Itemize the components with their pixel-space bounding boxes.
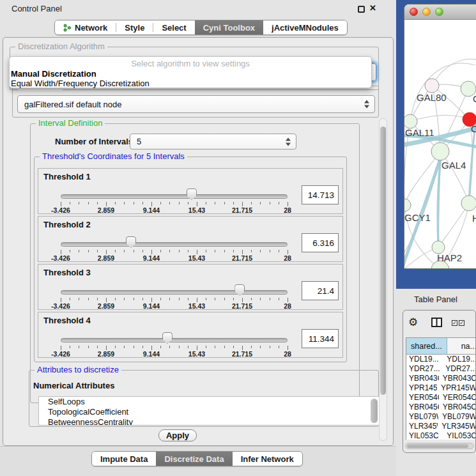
tab-network[interactable]: Network [55,20,116,35]
node-label-gal80: GAL80 [417,92,447,103]
table-row[interactable]: YIL053CYIL053C [406,431,476,440]
attribute-item-betweennesscentrality[interactable]: BetweennessCentrality [39,417,379,426]
tab-label: Network [75,23,107,33]
dropdown-option-equal-width-frequency[interactable]: Equal Width/Frequency Discretization [11,79,150,88]
slider-tick-label: 28 [273,302,302,310]
cell-shared-name[interactable]: YBL079W [406,412,438,422]
slider-track[interactable] [61,194,288,199]
node-label-gal11: GAL11 [405,127,434,138]
tab-infer-network[interactable]: Infer Network [233,452,302,466]
slider-tick [197,202,197,206]
columns-icon[interactable] [431,318,442,330]
table-row[interactable]: YBR045CYBR045C [406,403,476,412]
threshold-value-field[interactable]: 14.713 [302,185,339,204]
threshold-value-field[interactable]: 6.316 [302,233,339,252]
column-header-name[interactable]: na... [447,338,476,354]
attribute-item-topologicalcoefficient[interactable]: TopologicalCoefficient [39,407,379,417]
checkbox-icon[interactable]: ✓ [452,320,457,326]
table-row[interactable]: YBL079WYBL079W [406,412,476,422]
slider-track[interactable] [61,338,288,342]
cell-name[interactable]: YBR045C [439,403,476,412]
cell-shared-name[interactable]: YIL053C [406,431,443,440]
cell-name[interactable]: YPR145W [437,383,476,393]
show-columns-checkboxes[interactable]: ✓ ✓ [452,320,464,326]
tab-style[interactable]: Style [116,20,153,35]
cell-name[interactable]: YLR345W [438,422,476,431]
column-header-shared-name[interactable]: shared... [406,338,447,354]
threshold-4-panel: Threshold 4-3.4262.8599.14415.4321.71528… [38,312,343,358]
tab-cyni-toolbox[interactable]: Cyni Toolbox [195,20,263,35]
threshold-value-field[interactable]: 21.4 [302,281,339,300]
threshold-value-field[interactable]: 11.344 [302,329,339,348]
list-scrollbar[interactable] [371,399,378,423]
gear-icon[interactable]: ⚙ [408,316,418,329]
cell-shared-name[interactable]: YLR345W [406,422,438,431]
cell-name[interactable]: YER054C [439,393,476,403]
cell-name[interactable]: YIL053C [443,431,476,440]
settings-scrollbar[interactable] [379,118,387,441]
table-row[interactable]: YPR145WYPR145W [406,383,476,393]
slider-track[interactable] [61,290,288,295]
cell-shared-name[interactable]: YPR145W [406,383,437,393]
tab-discretize-data[interactable]: Discretize Data [156,452,232,466]
threshold-3-panel: Threshold 3-3.4262.8599.14415.4321.71528… [38,264,343,310]
network-canvas[interactable]: GAL80GCGAL11GAL4GCY1HHAP2 [404,20,476,269]
scrollbar-thumb[interactable] [380,127,386,395]
cell-shared-name[interactable]: YER054C [406,393,439,403]
cell-name[interactable]: YDR27... [441,364,476,374]
slider-track[interactable] [61,242,288,247]
slider-tick [88,250,89,252]
table-row[interactable]: YDR27...YDR27... [406,364,476,374]
tab-impute-data[interactable]: Impute Data [92,452,156,466]
cell-shared-name[interactable]: YBR043C [406,374,439,383]
node-table[interactable]: shared... na... YDL19...YDL19...YDR27...… [406,337,476,440]
slider-tick [197,250,197,254]
number-of-intervals-select[interactable]: 5 [130,134,296,150]
cell-name[interactable]: YDL19... [443,355,476,364]
network-window-titlebar[interactable] [404,4,476,20]
network-node-h[interactable] [461,196,476,211]
network-node-hap2[interactable] [432,241,445,254]
float-window-icon[interactable] [358,6,365,13]
table-row[interactable]: YDL19...YDL19... [406,355,476,364]
cell-shared-name[interactable]: YBR045C [406,403,439,412]
slider-tick [215,202,215,204]
network-node-gal80[interactable] [425,79,439,93]
group-title: Discretization Algorithm [15,42,107,51]
table-row[interactable]: YBR043CYBR043C [406,374,476,383]
attribute-item-selfloops[interactable]: SelfLoops [39,397,379,407]
apply-button[interactable]: Apply [158,429,197,441]
slider-tick [224,250,225,252]
network-node-gcy1[interactable] [404,199,411,211]
network-edge[interactable] [410,115,470,121]
network-node-gal4[interactable] [431,142,449,160]
close-icon[interactable]: ✕ [369,3,376,13]
cell-shared-name[interactable]: YDR27... [406,364,441,374]
zoom-green-icon[interactable] [435,8,443,16]
network-edge[interactable] [438,203,469,247]
algorithm-dropdown-popup: Select algorithm to view settings Manual… [9,56,372,88]
tab-select[interactable]: Select [153,20,194,35]
network-node-gal11[interactable] [404,114,417,128]
tab-jactivemnodules[interactable]: jActiveMNodules [263,20,347,35]
numerical-attributes-list[interactable]: SelfLoopsTopologicalCoefficientBetweenne… [38,396,380,426]
cell-name[interactable]: YBL079W [438,412,476,422]
slider-tick [61,298,61,302]
minimize-yellow-icon[interactable] [422,8,431,16]
slider-tick [188,346,188,348]
table-row[interactable]: YLR345WYLR345W [406,422,476,431]
slider-tick [242,298,243,302]
slider-tick [97,298,98,300]
cell-shared-name[interactable]: YDL19... [406,355,443,364]
close-red-icon[interactable] [410,8,418,16]
table-horizontal-scrollbar[interactable] [405,443,474,449]
slider-tick [224,346,225,348]
checkbox-icon[interactable]: ✓ [459,320,464,326]
slider-tick [179,250,180,252]
table-data-select[interactable]: galFiltered.sif default node [17,95,375,113]
slider-tick [134,250,134,252]
table-row[interactable]: YER054CYER054C [406,393,476,403]
scrollbar-thumb[interactable] [407,444,468,448]
cell-name[interactable]: YBR043C [439,374,476,383]
dropdown-option-manual-discretization[interactable]: Manual Discretization [11,69,96,79]
